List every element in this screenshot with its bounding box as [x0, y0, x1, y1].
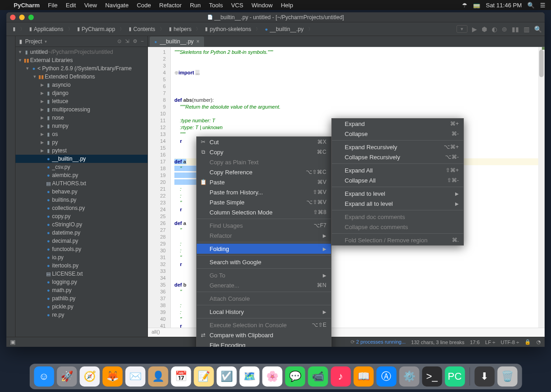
tree-item[interactable]: ▶▮nose [16, 114, 147, 122]
tree-item[interactable]: ▶▮pytest [16, 146, 147, 155]
menu-item-expand-to-level[interactable]: Expand to level▶ [332, 188, 463, 199]
menu-item-copy[interactable]: ⧉Copy⌘C [197, 147, 331, 157]
menu-item-expand-recursively[interactable]: Expand Recursively⌥⌘+ [332, 142, 463, 152]
dock-contacts-icon[interactable]: 👤 [148, 366, 168, 387]
profile-button[interactable]: ⊚ [502, 26, 507, 33]
menu-navigate[interactable]: Navigate [105, 2, 128, 9]
dock-terminal-icon[interactable]: >_ [422, 366, 442, 387]
processes-indicator[interactable]: ⟳ 2 processes running... [351, 339, 405, 345]
tree-item[interactable]: ▶▮django [16, 89, 147, 97]
tree-arrow-icon[interactable]: ▼ [17, 58, 23, 63]
tree-item[interactable]: ●pathlib.py [16, 294, 147, 303]
menu-item-paste-from-history[interactable]: Paste from History...⇧⌘V [197, 187, 331, 197]
dock-calendar-icon[interactable]: 📅 [171, 366, 191, 387]
dock-maps-icon[interactable]: 🗺️ [239, 366, 259, 387]
tree-item[interactable]: ●logging.py [16, 278, 147, 286]
chevron-down-icon[interactable]: ▾ [45, 39, 47, 44]
dock-firefox-icon[interactable]: 🦊 [102, 366, 122, 387]
menu-item-expand-all-to-level[interactable]: Expand all to level▶ [332, 199, 463, 209]
menu-item-paste[interactable]: 📋Paste⌘V [197, 177, 331, 187]
clock[interactable]: Sat 11:46 PM [486, 2, 522, 9]
menu-edit[interactable]: Edit [66, 2, 76, 9]
tree-item[interactable]: ▶▮lettuce [16, 97, 147, 105]
dock-finder-icon[interactable]: ☺ [34, 366, 54, 387]
menu-vcs[interactable]: VCS [231, 2, 243, 9]
tree-item[interactable]: ▶▮multiprocessing [16, 105, 147, 114]
menu-item-local-history[interactable]: Local History▶ [197, 307, 331, 317]
tree-arrow-icon[interactable]: ▶ [39, 124, 45, 128]
tree-item[interactable]: ●builtins.py [16, 196, 147, 204]
tree-item[interactable]: ▼▮▮Extended Definitions [16, 73, 147, 81]
menu-item-cut[interactable]: ✂Cut⌘X [197, 137, 331, 147]
line-separator[interactable]: LF ÷ [485, 340, 495, 345]
menu-code[interactable]: Code [137, 2, 151, 9]
tree-item[interactable]: ▼▮▮External Libraries [16, 56, 147, 64]
app-name[interactable]: PyCharm [14, 2, 40, 9]
breadcrumb-item[interactable]: ▮Contents [125, 25, 159, 33]
editor-tab[interactable]: ● __builtin__.py × [150, 37, 204, 47]
tree-arrow-icon[interactable]: ▶ [39, 140, 45, 145]
layout-button[interactable]: ▥ [524, 26, 530, 33]
tree-item[interactable]: ●copy.py [16, 212, 147, 220]
tree-item[interactable]: ●cStringIO.py [16, 220, 147, 229]
debug-button[interactable]: ⬢ [482, 26, 487, 33]
stop-button[interactable]: ▮▮ [512, 26, 519, 33]
lock-icon[interactable]: 🔒 [525, 339, 531, 345]
tree-item[interactable]: ●datetime.py [16, 229, 147, 237]
breadcrumb-item[interactable]: ▮Applications [26, 25, 67, 33]
menu-tools[interactable]: Tools [209, 2, 223, 9]
settings-icon[interactable]: ⚙ [133, 38, 137, 44]
tree-item[interactable]: ●math.py [16, 286, 147, 294]
tree-item[interactable]: ●itertools.py [16, 261, 147, 270]
tree-item[interactable]: ▶▮asyncio [16, 81, 147, 89]
caret-position[interactable]: 17:6 [470, 340, 479, 345]
dock-pycharm-icon[interactable]: PC [445, 366, 465, 387]
tree-arrow-icon[interactable]: ▶ [39, 115, 45, 120]
menu-window[interactable]: Window [252, 2, 273, 9]
tree-arrow-icon[interactable]: ▼ [32, 74, 37, 79]
window-minimize-button[interactable] [19, 15, 25, 20]
sidebar-title[interactable]: Project [25, 38, 42, 45]
scrollbar-thumb[interactable] [539, 50, 544, 77]
menu-item-search-with-google[interactable]: Search with Google [197, 257, 331, 267]
tree-item[interactable]: ▶▮numpy [16, 122, 147, 130]
menu-item-copy-reference[interactable]: Copy Reference⌥⇧⌘C [197, 167, 331, 177]
dock-trash-icon[interactable]: 🗑️ [497, 366, 517, 387]
window-maximize-button[interactable] [28, 15, 34, 20]
dock-reminders-icon[interactable]: ☑️ [216, 366, 236, 387]
menu-file[interactable]: File [48, 2, 58, 9]
dock-itunes-icon[interactable]: ♪ [331, 366, 351, 387]
tree-item[interactable]: ▼▮untitled ~/PycharmProjects/untitled [16, 48, 147, 56]
dock-launchpad-icon[interactable]: 🚀 [57, 366, 77, 387]
tree-item[interactable]: ●decimal.py [16, 237, 147, 245]
tree-arrow-icon[interactable]: ▶ [39, 132, 45, 136]
menu-item-paste-simple[interactable]: Paste Simple⌥⇧⌘V [197, 197, 331, 207]
project-tree[interactable]: ▼▮untitled ~/PycharmProjects/untitled▼▮▮… [16, 47, 147, 337]
tree-item[interactable]: ●alembic.py [16, 171, 147, 179]
tree-arrow-icon[interactable]: ▼ [25, 66, 30, 71]
dock-appstore-icon[interactable]: Ⓐ [376, 366, 396, 387]
window-close-button[interactable] [10, 15, 16, 20]
menu-view[interactable]: View [84, 2, 97, 9]
tree-item[interactable]: ●pickle.py [16, 303, 147, 311]
dock-photos-icon[interactable]: 🌸 [262, 366, 282, 387]
menu-item-collapse-recursively[interactable]: Collapse Recursively⌥⌘- [332, 152, 463, 162]
tree-item[interactable]: ●functools.py [16, 245, 147, 253]
breadcrumb-item[interactable]: ▮python-skeletons [201, 25, 255, 33]
tree-item[interactable]: ▶▮os [16, 130, 147, 138]
editor-scrollbar[interactable] [538, 47, 545, 328]
tree-item[interactable]: ●_csv.py [16, 163, 147, 171]
tree-item[interactable]: ●io.py [16, 253, 147, 261]
window-titlebar[interactable]: 📄 __builtin__.py - untitled - [~/Pycharm… [6, 12, 545, 22]
line-gutter[interactable]: 1234567891011121314151617181920212223242… [148, 47, 171, 328]
tree-item[interactable]: ▶▮py [16, 138, 147, 146]
menu-item-folding[interactable]: Folding▶ [197, 244, 331, 254]
menu-help[interactable]: Help [281, 2, 293, 9]
scroll-from-source-icon[interactable]: ⊙ [117, 38, 121, 44]
search-everywhere-icon[interactable]: 🔍 [534, 26, 542, 33]
coverage-button[interactable]: ◐ [492, 26, 497, 33]
dock-safari-icon[interactable]: 🧭 [79, 366, 100, 387]
dock-downloads-icon[interactable]: ⬇ [474, 366, 494, 387]
breadcrumb-root[interactable]: ▮ [9, 25, 19, 33]
tree-arrow-icon[interactable]: ▶ [39, 99, 45, 104]
